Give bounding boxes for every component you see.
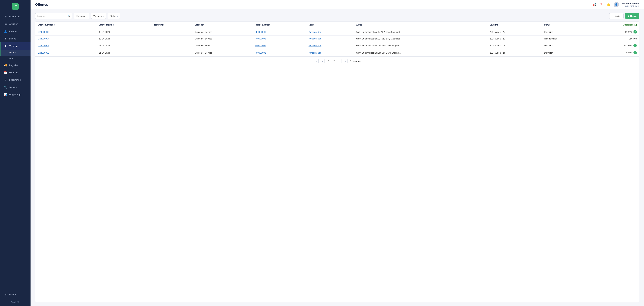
avatar: 👤 — [614, 2, 619, 8]
table-row: O24000003 17-04-2024 Customer Service R0… — [36, 42, 639, 49]
cell-offertenummer[interactable]: O24000003 — [36, 42, 96, 49]
search-input[interactable] — [37, 15, 68, 17]
chevron-down-icon: ▾ — [86, 15, 87, 17]
cell-adres: Weth Buitenhuisstraat 2, 7951 SM, Stapho… — [354, 28, 487, 36]
col-offertenummer[interactable]: Offertenummer ⇅ — [36, 22, 96, 28]
content-area: 🔍 Herkomst ▾ Verkoper ▾ Status ▾ ••• Act… — [30, 10, 644, 306]
cell-naam[interactable]: Janssen, Jan — [306, 28, 354, 36]
facturering-icon: € — [4, 78, 7, 81]
cell-status: Definitief — [542, 28, 589, 36]
sidebar-item-offertes[interactable]: Offertes — [0, 50, 30, 56]
col-naam[interactable]: Naam — [306, 22, 354, 28]
offertenummer-link[interactable]: O24000004 — [38, 38, 49, 40]
sidebar-item-label: Relaties — [9, 30, 18, 33]
offertenummer-link[interactable]: O24000006 — [38, 31, 49, 33]
dashboard-icon: ⊙ — [4, 15, 7, 18]
col-offertebedrag[interactable]: Offertebedrag — [589, 22, 639, 28]
sidebar-item-dashboard[interactable]: ⊙ Dashboard — [0, 13, 30, 20]
filter-herkomst-button[interactable]: Herkomst ▾ — [74, 13, 90, 19]
cell-levering: 2024 Week - 16 — [487, 42, 542, 49]
table-row: O24000002 11-04-2024 Customer Service R0… — [36, 49, 639, 56]
cell-adres: Weth Buitenhuisstraat 2B, 7951 SM, Staph… — [354, 49, 487, 56]
cell-relatienummer[interactable]: R00000001 — [252, 36, 306, 42]
sidebar-footer: Week 22 — [0, 298, 30, 306]
cell-naam[interactable]: Janssen, Jan — [306, 36, 354, 42]
cell-offertenummer[interactable]: O24000002 — [36, 49, 96, 56]
pagination: « ‹ 1 › » 1 - 4 van 4 — [36, 56, 639, 65]
filter-verkoper-button[interactable]: Verkoper ▾ — [91, 13, 106, 19]
sidebar-item-relaties[interactable]: 👤 Relaties — [0, 28, 30, 35]
relatienummer-link[interactable]: R00000001 — [254, 31, 266, 33]
acties-button[interactable]: ••• Acties — [609, 13, 624, 19]
user-menu[interactable]: 👤 Customer Service Customer Service — [614, 2, 639, 8]
cell-naam[interactable]: Janssen, Jan — [306, 49, 354, 56]
sidebar-item-beheer[interactable]: ⚙ Beheer — [0, 291, 30, 298]
col-relatienummer[interactable]: Relatienummer — [252, 22, 306, 28]
sidebar-item-artikelen[interactable]: ☰ Artikelen — [0, 20, 30, 28]
sidebar-beheer-section: ⚙ Beheer Week 22 — [0, 291, 30, 306]
col-status[interactable]: Status — [542, 22, 589, 28]
sidebar-item-planning[interactable]: 📅 Planning — [0, 69, 30, 76]
col-verkoper[interactable]: Verkoper — [192, 22, 252, 28]
bell-icon[interactable]: 🔔 — [606, 3, 610, 7]
cell-offertedatum: 17-04-2024 — [96, 42, 152, 49]
user-name: Customer Service — [621, 2, 639, 5]
rapportage-icon: 📊 — [4, 93, 7, 96]
relatienummer-link[interactable]: R00000001 — [254, 38, 266, 40]
week-label: Week 22 — [11, 301, 19, 303]
page-title: Offertes — [35, 3, 590, 7]
header-icons: 📢 ❓ 🔔 👤 Customer Service Customer Servic… — [592, 2, 639, 8]
col-referentie[interactable]: Referentie — [152, 22, 192, 28]
relatienummer-link[interactable]: R00000001 — [254, 44, 266, 47]
cell-offertebedrag: 760,00 ✓ — [589, 49, 639, 56]
filter-status-button[interactable]: Status ▾ — [108, 13, 120, 19]
naam-link[interactable]: Janssen, Jan — [308, 31, 322, 33]
cell-offertenummer[interactable]: O24000006 — [36, 28, 96, 36]
megaphone-icon[interactable]: 📢 — [592, 3, 596, 7]
sidebar: LT ⊙ Dashboard ☰ Artikelen 👤 Relaties ⬇ … — [0, 0, 30, 306]
col-levering[interactable]: Levering — [487, 22, 542, 28]
beheer-icon: ⚙ — [4, 293, 7, 296]
prev-page-button[interactable]: ‹ — [320, 59, 325, 63]
sidebar-item-verkoop[interactable]: ⬆ Verkoop — [0, 42, 30, 50]
cell-offertedatum: 11-04-2024 — [96, 49, 152, 56]
sidebar-item-service[interactable]: 🔧 Service — [0, 83, 30, 91]
filter-verkoper-label: Verkoper — [93, 15, 102, 17]
cell-referentie — [152, 36, 192, 42]
relatienummer-link[interactable]: R00000001 — [254, 52, 266, 54]
cell-naam[interactable]: Janssen, Jan — [306, 42, 354, 49]
naam-link[interactable]: Janssen, Jan — [308, 38, 322, 40]
sidebar-item-facturering[interactable]: € Facturering — [0, 76, 30, 83]
cell-adres: Weth Buitenhuisstraat 2, 7951 SM, Stapho… — [354, 36, 487, 42]
sidebar-item-logistiek[interactable]: 🚚 Logistiek — [0, 61, 30, 69]
help-icon[interactable]: ❓ — [600, 3, 603, 7]
cell-offertebedrag: 3075,00 ✓ — [589, 42, 639, 49]
sidebar-item-inkoop[interactable]: ⬇ Inkoop — [0, 35, 30, 42]
sidebar-item-rapportage[interactable]: 📊 Rapportage — [0, 91, 30, 98]
dots-icon: ••• — [612, 15, 614, 17]
offertes-table: Offertenummer ⇅ Offertedatum ⇅ Referenti… — [36, 22, 639, 56]
col-offertedatum[interactable]: Offertedatum ⇅ — [96, 22, 152, 28]
nieuw-button[interactable]: + Nieuw — [625, 13, 639, 19]
cell-levering: 2024 Week - 20 — [487, 36, 542, 42]
cell-offertenummer[interactable]: O24000004 — [36, 36, 96, 42]
table-header: Offertenummer ⇅ Offertedatum ⇅ Referenti… — [36, 22, 639, 28]
naam-link[interactable]: Janssen, Jan — [308, 52, 322, 54]
offertenummer-link[interactable]: O24000003 — [38, 44, 49, 47]
naam-link[interactable]: Janssen, Jan — [308, 44, 322, 47]
sidebar-logo: LT — [0, 0, 30, 13]
header: Offertes 📢 ❓ 🔔 👤 Customer Service Custom… — [30, 0, 644, 10]
sidebar-item-orders[interactable]: Orders — [0, 56, 30, 61]
logo-box: LT — [12, 3, 18, 10]
page-select[interactable]: 1 — [326, 59, 336, 63]
sidebar-item-label: Planning — [9, 71, 18, 74]
offertenummer-link[interactable]: O24000002 — [38, 52, 49, 54]
cell-relatienummer[interactable]: R00000001 — [252, 28, 306, 36]
col-adres[interactable]: Adres — [354, 22, 487, 28]
next-page-button[interactable]: › — [337, 59, 342, 63]
search-box[interactable]: 🔍 — [35, 13, 72, 19]
cell-relatienummer[interactable]: R00000001 — [252, 49, 306, 56]
cell-relatienummer[interactable]: R00000001 — [252, 42, 306, 49]
last-page-button[interactable]: » — [343, 59, 348, 63]
first-page-button[interactable]: « — [314, 59, 319, 63]
